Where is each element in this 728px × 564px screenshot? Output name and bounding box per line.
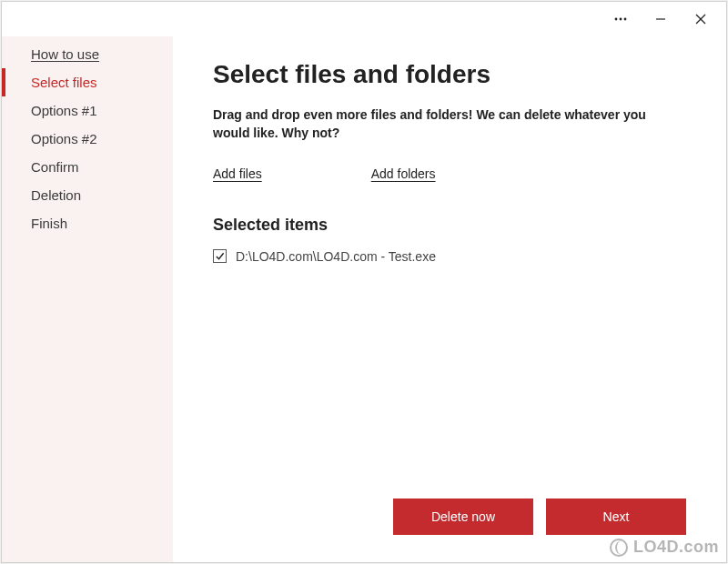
next-button[interactable]: Next xyxy=(546,499,686,535)
sidebar-item-label: Deletion xyxy=(31,187,81,203)
spacer xyxy=(213,264,686,499)
more-icon xyxy=(613,12,628,26)
action-links-row: Add files Add folders xyxy=(213,166,686,181)
footer-buttons: Delete now Next xyxy=(213,499,686,544)
minimize-button[interactable] xyxy=(641,5,681,33)
instructions-text: Drag and drop even more files and folder… xyxy=(213,106,686,143)
svg-point-1 xyxy=(620,18,622,21)
delete-now-button[interactable]: Delete now xyxy=(393,499,533,535)
main-panel: Select files and folders Drag and drop e… xyxy=(173,36,726,562)
sidebar-item-label: Confirm xyxy=(31,159,79,175)
sidebar-item-label: Options #2 xyxy=(31,131,97,146)
more-button[interactable] xyxy=(601,5,641,33)
item-path: D:\LO4D.com\LO4D.com - Test.exe xyxy=(236,249,436,264)
selected-item-row: D:\LO4D.com\LO4D.com - Test.exe xyxy=(213,249,686,264)
check-icon xyxy=(215,251,225,261)
sidebar-item-how-to-use[interactable]: How to use xyxy=(2,40,173,68)
svg-point-0 xyxy=(615,18,618,21)
sidebar-item-finish[interactable]: Finish xyxy=(2,209,173,237)
svg-point-2 xyxy=(624,18,627,21)
window-body: How to use Select files Options #1 Optio… xyxy=(2,36,726,562)
sidebar-item-deletion[interactable]: Deletion xyxy=(2,181,173,209)
app-window: How to use Select files Options #1 Optio… xyxy=(1,1,727,563)
close-button[interactable] xyxy=(681,5,721,33)
sidebar-item-select-files[interactable]: Select files xyxy=(2,68,173,96)
sidebar-item-options-2[interactable]: Options #2 xyxy=(2,125,173,153)
item-checkbox[interactable] xyxy=(213,249,227,263)
sidebar-item-options-1[interactable]: Options #1 xyxy=(2,96,173,125)
titlebar xyxy=(2,2,726,36)
selected-items-heading: Selected items xyxy=(213,216,686,235)
close-icon xyxy=(695,14,706,25)
sidebar-item-label: Finish xyxy=(31,216,67,231)
page-title: Select files and folders xyxy=(213,60,686,89)
add-files-link[interactable]: Add files xyxy=(213,166,262,181)
add-folders-link[interactable]: Add folders xyxy=(371,166,436,181)
sidebar-item-label: Options #1 xyxy=(31,103,97,118)
sidebar-item-confirm[interactable]: Confirm xyxy=(2,153,173,181)
minimize-icon xyxy=(655,14,666,25)
wizard-sidebar: How to use Select files Options #1 Optio… xyxy=(2,36,173,562)
sidebar-item-label: How to use xyxy=(31,46,99,62)
sidebar-item-label: Select files xyxy=(31,75,97,90)
